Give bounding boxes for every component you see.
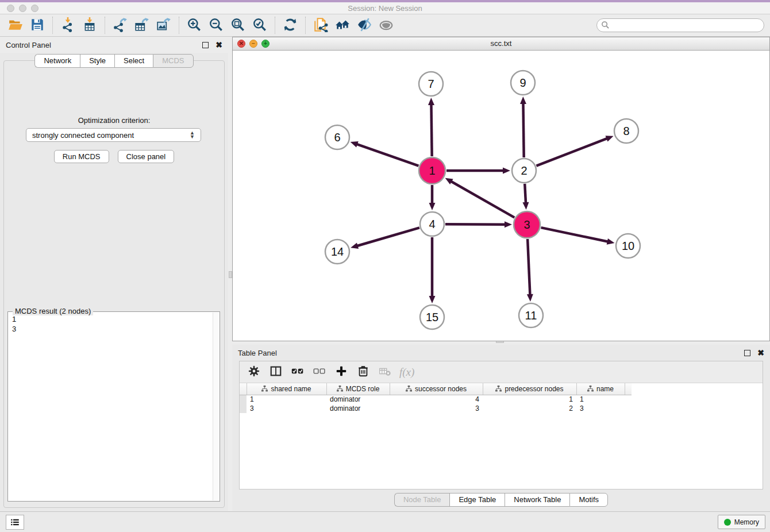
refresh-network-icon [283,17,298,34]
network-window-title: scc.txt [233,39,769,48]
column-type-icon [406,385,412,392]
toolbar-separator [179,17,179,34]
tab-network-table[interactable]: Network Table [505,493,569,507]
save-session-button[interactable] [26,16,48,35]
close-panel-button[interactable]: Close panel [118,150,175,163]
open-session-button[interactable] [5,16,26,35]
cell[interactable]: 3 [390,404,483,413]
select-all-checkboxes-button[interactable] [288,363,307,381]
main-toolbar [0,14,770,37]
edge-arrowhead [606,136,614,141]
node-table[interactable]: shared nameMCDS rolesuccessor nodesprede… [240,383,632,413]
delete-table-disabled-button[interactable] [375,363,395,381]
network-window-titlebar[interactable]: ✕ − + scc.txt [233,37,769,51]
tab-network[interactable]: Network [34,54,80,68]
cell[interactable]: 3 [247,404,326,413]
column-header-MCDS-role[interactable]: MCDS role [326,383,390,395]
search-input[interactable] [596,18,764,32]
edge-2-8[interactable] [536,138,607,166]
column-header-shared-name[interactable]: shared name [247,383,326,395]
edge-2-9[interactable] [523,103,523,157]
zoom-out-button[interactable] [205,16,227,35]
delete-column-button[interactable] [353,363,373,381]
node-label-3: 3 [523,218,530,231]
save-session-icon [30,17,45,34]
float-panel-icon[interactable] [202,42,209,48]
table-panel: Table Panel ✖ f(x) shared nameMCDS roles… [232,345,770,511]
function-builder-button[interactable]: f(x) [399,366,414,379]
tab-motifs[interactable]: Motifs [569,493,608,507]
task-history-button[interactable] [6,515,24,530]
edge-1-7[interactable] [431,104,432,156]
column-type-icon [261,385,268,392]
column-header-successor-nodes[interactable]: successor nodes [390,383,483,395]
zoom-in-button[interactable] [183,16,205,35]
show-graphics-button[interactable] [375,16,397,35]
app-titlebar: Session: New Session [0,2,770,14]
edge-arrowhead [607,238,615,245]
deselect-all-checkboxes-button[interactable] [310,363,329,381]
cell[interactable]: dominator [326,395,390,404]
memory-label: Memory [734,518,759,526]
select-all-checkboxes-icon [291,365,304,379]
table-row[interactable]: 1dominator411 [240,395,632,404]
edge-4-14[interactable] [357,228,419,246]
tab-mcds[interactable]: MCDS [153,54,193,68]
zoom-fit-button[interactable] [227,16,249,35]
hide-graphics-button[interactable] [353,16,375,35]
network-canvas[interactable]: 7968124314101511 [233,51,769,341]
zoom-selected-button[interactable] [249,16,271,35]
tab-style[interactable]: Style [80,54,114,68]
add-column-button[interactable] [332,363,351,381]
mcds-tab-content: Optimization criterion: strongly connect… [3,60,225,508]
cell[interactable]: 1 [247,395,326,404]
import-table-button[interactable] [79,16,101,35]
result-scrollbar[interactable] [213,313,219,500]
cell[interactable]: dominator [326,404,390,413]
toolbar-separator [105,17,105,34]
export-network-button[interactable] [109,16,131,35]
edge-1-6[interactable] [356,144,418,166]
column-header-predecessor-nodes[interactable]: predecessor nodes [483,383,576,395]
tab-node-table[interactable]: Node Table [394,493,450,507]
close-panel-icon[interactable]: ✖ [215,41,222,49]
open-network-file-button[interactable] [310,16,332,35]
tab-select[interactable]: Select [114,54,153,68]
table-row[interactable]: 3dominator323 [240,404,632,413]
home-button[interactable] [332,16,353,35]
edge-arrowhead [428,98,434,105]
import-network-button[interactable] [57,16,79,35]
cell[interactable]: 4 [390,395,483,404]
hide-graphics-icon [357,17,372,34]
control-panel-header: Control Panel ✖ [0,37,228,53]
edge-arrowhead [429,203,436,210]
edge-3-1[interactable] [451,181,514,217]
cell[interactable]: 3 [576,404,625,413]
control-panel-tabs: NetworkStyleSelectMCDS [0,54,228,68]
node-label-7: 7 [428,78,434,90]
tab-edge-table[interactable]: Edge Table [449,493,505,507]
export-table-button[interactable] [131,16,153,35]
edge-3-10[interactable] [541,228,608,242]
close-table-panel-icon[interactable]: ✖ [757,349,764,357]
split-pane-button[interactable] [266,363,286,381]
table-panel-title: Table Panel [238,349,277,357]
refresh-network-button[interactable] [279,16,301,35]
edge-2-3[interactable] [525,184,526,203]
import-table-icon [82,17,97,34]
cell[interactable]: 2 [483,404,576,413]
cell[interactable]: 1 [483,395,576,404]
edge-4-3[interactable] [445,224,506,225]
optimization-criterion-select[interactable]: strongly connected component ▲▼ [26,128,201,142]
settings-gear-icon [248,365,260,379]
float-table-panel-icon[interactable] [744,350,750,356]
edge-3-11[interactable] [528,239,530,295]
node-label-9: 9 [519,76,526,89]
settings-gear-button[interactable] [244,363,264,381]
column-header-name[interactable]: name [576,383,625,395]
mcds-result-text[interactable]: 1 3 [9,314,212,500]
cell[interactable]: 1 [576,395,625,404]
export-image-button[interactable] [153,16,175,35]
run-mcds-button[interactable]: Run MCDS [54,150,109,163]
memory-button[interactable]: Memory [718,515,765,529]
